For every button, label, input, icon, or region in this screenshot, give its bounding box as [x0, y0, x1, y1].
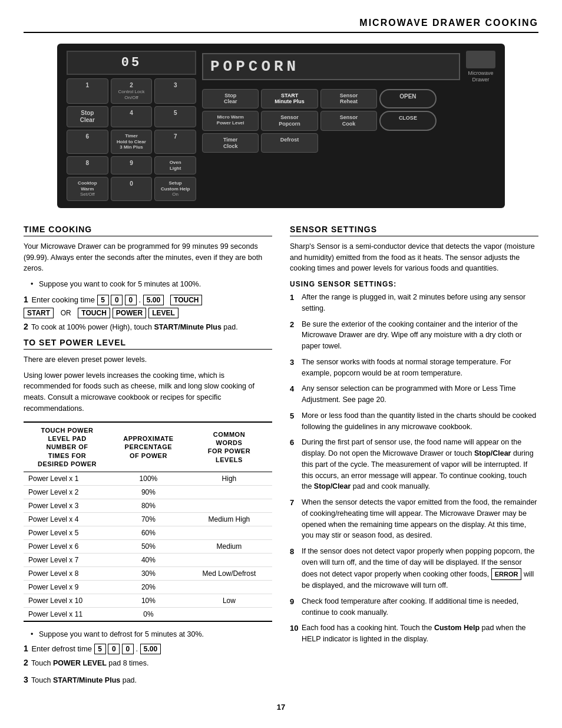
btn-timer-clock[interactable]: TimerClock	[202, 133, 259, 153]
btn-4[interactable]: 4	[111, 106, 153, 127]
col-left: TIME COOKING Your Microwave Drawer can b…	[24, 225, 272, 691]
btn-microwarm-powerlevel[interactable]: Micro WarmPower Level	[202, 111, 259, 131]
panel-left: 05 1 2Control LockOn/Off 3 StopClear 4 5…	[67, 51, 196, 201]
btn-7[interactable]: 7	[154, 130, 196, 154]
btn-sensor-cook[interactable]: SensorCook	[320, 111, 377, 131]
drawer-label: MicrowaveDrawer	[466, 70, 495, 83]
btn-2-controllock[interactable]: 2Control LockOn/Off	[111, 78, 153, 104]
word-cell	[186, 486, 272, 499]
table-row: Power Level x 110%	[24, 608, 272, 622]
sensor-step-4: 4Any sensor selection can be programmed …	[290, 383, 538, 406]
defrost-key-5: 5	[94, 644, 106, 654]
word-cell	[186, 526, 272, 540]
col-header-words: COMMONWORDSFOR POWERLEVELS	[186, 422, 272, 472]
table-row: Power Level x 650%Medium	[24, 540, 272, 554]
step-number: 7	[290, 497, 294, 509]
btn-start-minuteplus[interactable]: STARTMinute Plus	[261, 89, 318, 109]
level-cell: Power Level x 7	[24, 554, 111, 567]
table-row: Power Level x 560%	[24, 526, 272, 540]
step-text: Be sure the exterior of the cooking cont…	[302, 320, 522, 351]
sensor-step-3: 3The sensor works with foods at normal s…	[290, 357, 538, 379]
panel-right: POPCORN MicrowaveDrawer StopClear STARTM…	[202, 51, 495, 201]
step-text: During the first part of sensor use, the…	[302, 438, 534, 490]
defrost-key-0b: 0	[122, 644, 134, 654]
btn-8[interactable]: 8	[67, 156, 108, 174]
table-row: Power Level x 380%	[24, 499, 272, 513]
drawer-box	[466, 51, 495, 68]
btn-6[interactable]: 6	[67, 130, 108, 154]
power-level-title: TO SET POWER LEVEL	[24, 338, 272, 350]
spacer1	[439, 89, 495, 109]
sensor-steps-list: 1After the range is plugged in, wait 2 m…	[290, 292, 538, 645]
word-cell: Medium High	[186, 513, 272, 526]
step-text: More or less food than the quantity list…	[302, 411, 536, 431]
btn-stopclear-right[interactable]: StopClear	[202, 89, 259, 109]
btn-stopclear-left[interactable]: StopClear	[67, 106, 108, 127]
step-text: When the sensor detects the vapor emitte…	[302, 498, 537, 539]
step-number: 2	[290, 319, 294, 331]
btn-timer[interactable]: TimerHold to Clear3 Min Plus	[111, 130, 153, 154]
word-cell	[186, 499, 272, 513]
btn-3[interactable]: 3	[154, 78, 196, 104]
spacer2	[439, 111, 495, 131]
table-row: Power Level x 740%	[24, 554, 272, 567]
table-row: Power Level x 920%	[24, 581, 272, 594]
defrost-key-0a: 0	[108, 644, 120, 654]
or-text: OR	[61, 309, 71, 317]
table-row: Power Level x 1100%High	[24, 472, 272, 486]
period: .	[139, 295, 143, 304]
table-row: Power Level x 1010%Low	[24, 594, 272, 608]
sensor-step-6: 6During the first part of sensor use, th…	[290, 437, 538, 492]
using-sensor-title: USING SENSOR SETTINGS:	[290, 280, 538, 288]
level-cell: Power Level x 2	[24, 486, 111, 499]
time-cooking-intro: Your Microwave Drawer can be programmed …	[24, 241, 272, 274]
word-cell	[186, 608, 272, 622]
pct-cell: 100%	[111, 472, 186, 486]
btn-cooktopwarm[interactable]: CooktopWarmSet/Off	[67, 177, 108, 201]
step-text: After the range is plugged in, wait 2 mi…	[302, 293, 525, 312]
level-cell: Power Level x 5	[24, 526, 111, 540]
step-text: Each food has a cooking hint. Touch the …	[302, 624, 526, 643]
btn-ovenlight[interactable]: OvenLight	[154, 156, 196, 174]
sensor-step-10: 10Each food has a cooking hint. Touch th…	[290, 622, 538, 645]
spacer3	[320, 133, 377, 153]
spacer4	[379, 133, 436, 153]
btn-close[interactable]: CLOSE	[379, 111, 436, 131]
step-number: 4	[290, 383, 294, 395]
level-cell: Power Level x 9	[24, 581, 111, 594]
btn-9[interactable]: 9	[111, 156, 153, 174]
sensor-step-1: 1After the range is plugged in, wait 2 m…	[290, 292, 538, 314]
pct-cell: 0%	[111, 608, 186, 622]
panel-display-left: 05	[67, 51, 196, 75]
pct-cell: 10%	[111, 594, 186, 608]
sensor-settings-intro: Sharp's Sensor is a semi-conductor devic…	[290, 241, 538, 274]
defrost-display-500: 5.00	[140, 644, 161, 654]
step-text: The sensor works with foods at normal st…	[302, 358, 511, 377]
level-cell: Power Level x 6	[24, 540, 111, 554]
panel-right-buttons: StopClear STARTMinute Plus SensorReheat …	[202, 89, 495, 153]
btn-5[interactable]: 5	[154, 106, 196, 127]
level-cell: Power Level x 3	[24, 499, 111, 513]
pct-cell: 90%	[111, 486, 186, 499]
touch-key: TOUCH	[170, 295, 202, 305]
sensor-step-8: 8If the sensor does not detect vapor pro…	[290, 546, 538, 591]
btn-1[interactable]: 1	[67, 78, 108, 104]
key-touch2: TOUCH	[78, 308, 110, 318]
step-number: 8	[290, 546, 294, 558]
btn-sensor-reheat[interactable]: SensorReheat	[320, 89, 377, 109]
btn-open[interactable]: OPEN	[379, 89, 436, 109]
btn-sensor-popcorn[interactable]: SensorPopcorn	[261, 111, 318, 131]
btn-0[interactable]: 0	[111, 177, 153, 201]
word-cell: Med Low/Defrost	[186, 567, 272, 581]
level-cell: Power Level x 1	[24, 472, 111, 486]
table-row: Power Level x 830%Med Low/Defrost	[24, 567, 272, 581]
btn-defrost[interactable]: Defrost	[261, 133, 318, 153]
level-cell: Power Level x 11	[24, 608, 111, 622]
btn-setup[interactable]: SetupCustom HelpOn	[154, 177, 196, 201]
level-cell: Power Level x 4	[24, 513, 111, 526]
display-500: 5.00	[143, 295, 164, 305]
power-level-intro1: There are eleven preset power levels.	[24, 354, 272, 365]
sensor-step-7: 7When the sensor detects the vapor emitt…	[290, 497, 538, 541]
power-level-intro2: Using lower power levels increases the c…	[24, 370, 272, 414]
level-cell: Power Level x 10	[24, 594, 111, 608]
